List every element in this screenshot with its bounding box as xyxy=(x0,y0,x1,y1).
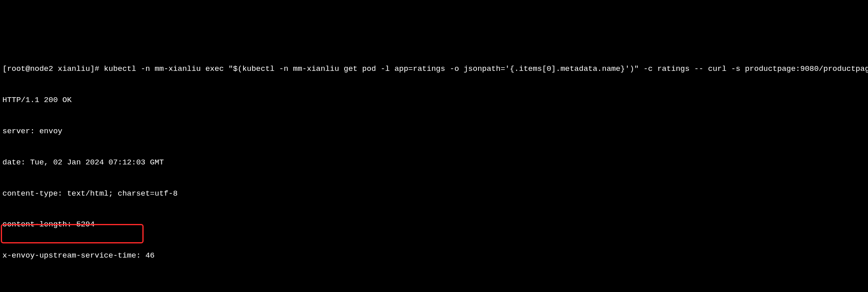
output-line: HTTP/1.1 200 OK xyxy=(2,95,866,106)
shell-prompt: [root@node2 xianliu]# xyxy=(2,64,104,73)
output-line: content-length: 5294 xyxy=(2,220,866,230)
output-line: server: envoy xyxy=(2,126,866,137)
output-line: content-type: text/html; charset=utf-8 xyxy=(2,189,866,199)
terminal-block: [root@node2 xianliu]# kubectl -n mm-xian… xyxy=(2,43,866,282)
command-line: [root@node2 xianliu]# kubectl -n mm-xian… xyxy=(2,64,866,75)
output-line: x-envoy-upstream-service-time: 46 xyxy=(2,251,866,261)
terminal-output[interactable]: [root@node2 xianliu]# kubectl -n mm-xian… xyxy=(0,0,868,292)
output-line: date: Tue, 02 Jan 2024 07:12:03 GMT xyxy=(2,158,866,168)
shell-command: kubectl -n mm-xianliu exec "$(kubectl -n… xyxy=(104,64,868,73)
